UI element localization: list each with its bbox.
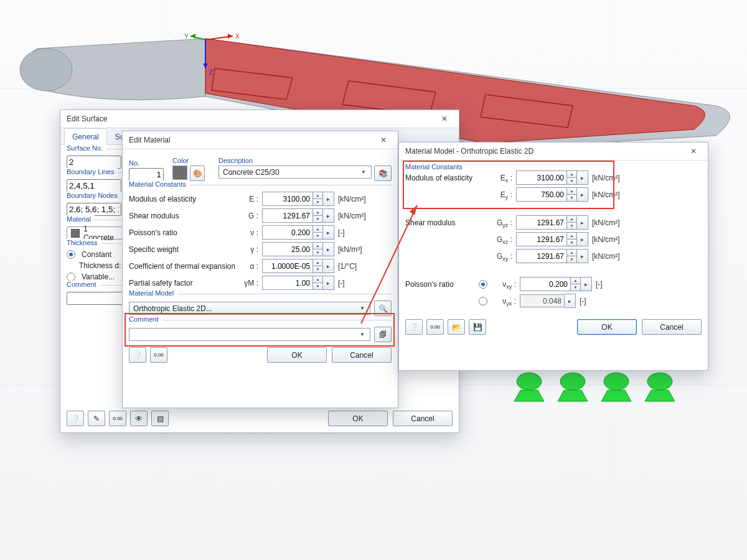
edit-material-dialog: Edit Material ✕ No. Color 🎨 Description …: [122, 131, 398, 408]
boundary-lines-input[interactable]: [67, 179, 121, 192]
nu-xy-radio[interactable]: [479, 280, 487, 289]
open-icon[interactable]: 📂: [448, 319, 465, 335]
surface-comment-label: Comment: [67, 281, 100, 288]
svg-point-1: [517, 373, 542, 390]
material-color-chip[interactable]: [172, 166, 187, 180]
gammaM-input[interactable]: [262, 276, 313, 290]
boundary-lines-label: Boundary Lines: [67, 168, 118, 175]
picker-icon[interactable]: ▸: [323, 192, 334, 206]
mat-comment-combo[interactable]: ▼: [129, 328, 370, 341]
orthotropic-dialog: Material Model - Orthotropic Elastic 2D …: [398, 142, 708, 371]
svg-point-0: [20, 49, 72, 91]
help-icon[interactable]: ❔: [129, 347, 146, 363]
close-icon[interactable]: ✕: [375, 133, 392, 147]
edit-icon[interactable]: ✎: [88, 411, 105, 426]
save-icon[interactable]: 💾: [469, 319, 486, 335]
gamma-input[interactable]: [262, 242, 313, 256]
help-icon[interactable]: ❔: [67, 411, 84, 426]
mat-constants-label: Material Constants: [129, 180, 190, 188]
surface-comment-input[interactable]: [67, 292, 128, 305]
G-input[interactable]: [262, 208, 313, 223]
tab-general[interactable]: General: [64, 128, 107, 145]
ortho-ok-button[interactable]: OK: [577, 319, 637, 335]
alpha-input[interactable]: [262, 259, 313, 273]
comment-pick-icon[interactable]: 🗐: [374, 327, 392, 342]
material-combo[interactable]: 1 Concrete: [67, 226, 123, 240]
thickness-variable-radio[interactable]: [67, 273, 75, 281]
surface-cancel-button[interactable]: Cancel: [393, 411, 453, 426]
mat-desc-combo[interactable]: Concrete C25/30▼: [218, 166, 372, 179]
Ex-input[interactable]: [516, 170, 567, 185]
nuxy-input[interactable]: [520, 277, 571, 291]
mat-color-label: Color: [172, 157, 210, 164]
units-icon[interactable]: 0.00: [150, 347, 167, 363]
close-icon[interactable]: ✕: [436, 112, 453, 126]
svg-point-3: [604, 373, 629, 390]
edit-material-title: Edit Material: [129, 131, 171, 149]
mat-no-label: No.: [129, 159, 164, 167]
mat-model-label: Material Model: [129, 289, 177, 297]
boundary-nodes-label: Boundary Nodes: [67, 192, 121, 199]
mat-no-input[interactable]: [129, 168, 164, 181]
layers-icon[interactable]: ▤: [151, 411, 169, 426]
ortho-cancel-button[interactable]: Cancel: [642, 319, 702, 335]
svg-text:Z: Z: [209, 69, 213, 76]
nu-input[interactable]: [262, 225, 313, 240]
mat-desc-label: Description: [218, 157, 392, 164]
E-input[interactable]: [262, 192, 313, 206]
units-icon[interactable]: 0.00: [426, 319, 444, 335]
Gxz-input[interactable]: [516, 232, 567, 246]
library-icon[interactable]: 📚: [374, 166, 392, 181]
surface-no-label: Surface No.: [67, 144, 106, 152]
help-icon[interactable]: ❔: [405, 319, 423, 335]
Gyz-input[interactable]: [516, 215, 567, 230]
svg-text:X: X: [235, 33, 240, 40]
svg-point-2: [560, 373, 585, 390]
eye-icon[interactable]: 👁: [130, 411, 148, 426]
surface-no-input[interactable]: [67, 156, 121, 169]
mat-comment-label: Comment: [129, 315, 162, 323]
nuyx-input: [520, 294, 565, 307]
thickness-label: Thickness: [67, 239, 101, 246]
svg-marker-6: [228, 34, 233, 39]
Gxy-input[interactable]: [516, 249, 567, 263]
ortho-constants-label: Material Constants: [405, 163, 466, 170]
material-ok-button[interactable]: OK: [267, 347, 327, 363]
svg-marker-8: [190, 34, 195, 39]
ortho-title: Material Model - Orthotropic Elastic 2D: [405, 142, 533, 160]
close-icon[interactable]: ✕: [685, 144, 702, 158]
boundary-nodes-input[interactable]: [67, 203, 121, 216]
color-picker-icon[interactable]: 🎨: [190, 166, 205, 181]
Ey-input[interactable]: [516, 187, 567, 202]
thickness-constant-radio[interactable]: [67, 250, 75, 259]
units-icon[interactable]: 0.00: [109, 411, 126, 426]
material-label: Material: [67, 215, 95, 223]
edit-surface-title: Edit Surface: [67, 110, 107, 128]
spinner[interactable]: ▲▼: [313, 192, 323, 206]
material-cancel-button[interactable]: Cancel: [332, 347, 392, 363]
surface-ok-button[interactable]: OK: [328, 411, 388, 426]
svg-point-4: [647, 373, 672, 390]
svg-text:Y: Y: [184, 33, 189, 40]
nu-yx-radio[interactable]: [479, 297, 487, 306]
material-model-edit-icon[interactable]: 🔍: [374, 301, 392, 316]
material-model-combo[interactable]: Orthotropic Elastic 2D...▼: [129, 302, 370, 315]
